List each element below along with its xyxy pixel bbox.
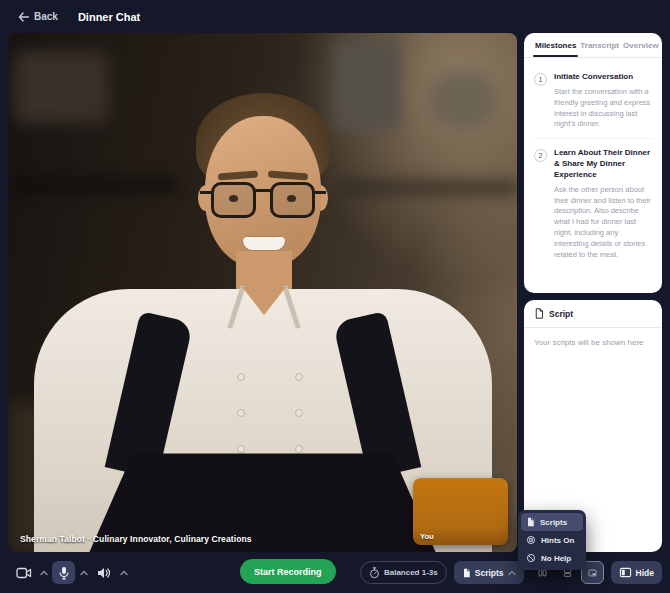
coat-button xyxy=(237,445,245,453)
speaker-icon xyxy=(97,567,111,579)
milestone-item: 2 Learn About Their Dinner & Share My Di… xyxy=(534,138,652,269)
chef-photo xyxy=(8,33,517,552)
menu-item-no-help[interactable]: No Help xyxy=(521,549,583,567)
script-placeholder: Your scripts will be shown here xyxy=(524,328,662,357)
remote-video-feed: Sherman Talbot · Culinary Innovator, Cul… xyxy=(8,33,517,552)
milestone-number: 2 xyxy=(534,149,547,162)
hide-button-label: Hide xyxy=(636,568,654,578)
tab-milestones[interactable]: Milestones xyxy=(533,33,578,57)
file-icon xyxy=(534,308,544,319)
tab-transcript[interactable]: Transcript xyxy=(578,33,621,57)
panel-left-icon xyxy=(619,566,632,579)
chevron-up-icon xyxy=(508,570,516,576)
background-shelf xyxy=(8,179,178,191)
menu-item-label: Scripts xyxy=(540,518,567,527)
top-bar: Back Dinner Chat xyxy=(0,0,670,33)
background-shelf xyxy=(338,183,517,193)
milestone-title: Learn About Their Dinner & Share My Dinn… xyxy=(554,148,652,180)
page-title: Dinner Chat xyxy=(78,11,140,23)
milestone-title: Initiate Conversation xyxy=(554,72,652,83)
menu-item-label: No Help xyxy=(541,554,571,563)
chef-eye xyxy=(287,195,296,202)
milestones-panel: Milestones Transcript Overview 1 Initiat… xyxy=(524,33,662,293)
response-speed-button[interactable]: Balanced 1-3s xyxy=(360,561,447,584)
coat-button xyxy=(295,445,303,453)
bottom-right-controls: Balanced 1-3s Scripts Hide xyxy=(360,561,662,584)
chef-smile xyxy=(242,236,286,251)
hints-icon xyxy=(526,535,536,545)
milestone-description: Start the conversation with a friendly g… xyxy=(554,87,652,131)
menu-item-hints-on[interactable]: Hints On xyxy=(521,531,583,549)
glasses-bridge xyxy=(254,189,272,192)
file-icon xyxy=(526,517,535,527)
coat-button xyxy=(295,409,303,417)
microphone-icon xyxy=(58,566,70,580)
coat-button xyxy=(237,409,245,417)
script-panel-header: Script xyxy=(524,300,662,328)
panel-tabs: Milestones Transcript Overview xyxy=(524,33,662,58)
speaker-button[interactable] xyxy=(92,561,115,584)
back-label: Back xyxy=(34,11,58,22)
milestone-number: 1 xyxy=(534,73,547,86)
response-speed-label: Balanced 1-3s xyxy=(384,568,438,577)
script-panel-title: Script xyxy=(549,309,573,319)
scripts-dropdown-button[interactable]: Scripts xyxy=(454,561,524,584)
app-window: Back Dinner Chat xyxy=(0,0,670,593)
background-pot xyxy=(14,51,109,123)
no-help-icon xyxy=(526,553,536,563)
av-controls xyxy=(12,561,129,584)
file-icon xyxy=(462,568,471,578)
camera-options-caret[interactable] xyxy=(38,570,49,576)
start-recording-button[interactable]: Start Recording xyxy=(240,559,336,584)
background-pot xyxy=(334,39,400,131)
camera-icon xyxy=(16,567,32,579)
milestone-description: Ask the other person about their dinner … xyxy=(554,185,652,261)
menu-item-label: Hints On xyxy=(541,536,574,545)
arrow-left-icon xyxy=(18,12,29,22)
layout-pip-icon xyxy=(588,566,597,580)
hide-panel-button[interactable]: Hide xyxy=(611,561,662,584)
back-button[interactable]: Back xyxy=(18,11,58,22)
scripts-button-label: Scripts xyxy=(475,568,504,578)
speaker-options-caret[interactable] xyxy=(118,570,129,576)
camera-button[interactable] xyxy=(12,561,35,584)
timer-icon xyxy=(369,567,380,579)
speaker-caption: Sherman Talbot · Culinary Innovator, Cul… xyxy=(20,534,252,544)
chevron-up-icon xyxy=(80,570,88,576)
chevron-up-icon xyxy=(40,570,48,576)
milestone-item: 1 Initiate Conversation Start the conver… xyxy=(534,66,652,138)
self-view-label: You xyxy=(420,532,434,541)
glasses-stem xyxy=(314,191,326,194)
chevron-up-icon xyxy=(120,570,128,576)
coat-button xyxy=(237,373,245,381)
microphone-button[interactable] xyxy=(52,561,75,584)
help-mode-menu: Scripts Hints On No Help xyxy=(518,510,586,570)
self-view-video[interactable]: You xyxy=(413,478,508,545)
background-pot xyxy=(426,69,498,131)
coat-button xyxy=(295,373,303,381)
microphone-options-caret[interactable] xyxy=(78,570,89,576)
tab-overview[interactable]: Overview xyxy=(621,33,661,57)
menu-item-scripts[interactable]: Scripts xyxy=(521,513,583,531)
milestone-list: 1 Initiate Conversation Start the conver… xyxy=(524,58,662,269)
chef-eye xyxy=(229,195,238,202)
